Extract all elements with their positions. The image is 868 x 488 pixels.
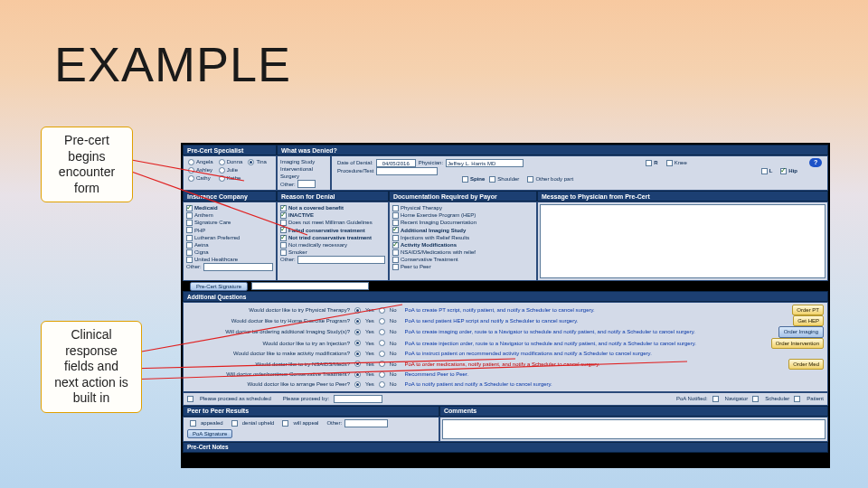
checkbox[interactable] <box>392 249 399 256</box>
header-precert: Pre-Cert Specialist <box>183 145 277 155</box>
checkbox[interactable] <box>462 176 468 183</box>
col-reason: Reason for Denial <box>277 191 389 202</box>
checkbox[interactable] <box>392 212 399 219</box>
action-button[interactable]: Get HEP <box>793 315 824 326</box>
checkbox[interactable] <box>666 160 673 166</box>
callout-precert: Pre-cert begins encounter form <box>41 127 133 202</box>
proc-input[interactable] <box>376 167 438 175</box>
checkbox[interactable] <box>392 264 399 270</box>
checkbox[interactable] <box>794 396 800 402</box>
slide-title: EXAMPLE <box>54 36 291 92</box>
radio-no[interactable] <box>379 351 385 357</box>
checkbox[interactable] <box>392 257 399 263</box>
action-button[interactable]: Order PT <box>792 305 824 315</box>
radio[interactable] <box>188 167 194 174</box>
checkbox[interactable] <box>186 242 193 249</box>
physician-input[interactable]: Jeffrey L. Harris MD <box>446 159 524 167</box>
comments-textarea[interactable] <box>442 419 826 439</box>
radio[interactable] <box>188 175 194 182</box>
checkbox[interactable] <box>527 176 533 183</box>
action-button[interactable]: Order Med <box>788 359 824 370</box>
checkbox[interactable] <box>186 249 193 256</box>
header-denied: What was Denied? <box>277 145 828 155</box>
checkbox[interactable] <box>186 227 193 233</box>
checkbox[interactable] <box>187 396 193 402</box>
checkbox[interactable] <box>282 420 288 427</box>
radio[interactable] <box>219 159 225 165</box>
radio-no[interactable] <box>379 361 385 367</box>
date-input[interactable]: 04/05/2016 <box>376 159 416 167</box>
checkbox[interactable] <box>186 212 193 219</box>
poa-signature-button[interactable]: PoA Signature <box>187 429 232 438</box>
checkbox[interactable] <box>646 160 652 166</box>
checkbox[interactable] <box>186 205 193 211</box>
p2p-other-input[interactable] <box>344 419 388 427</box>
message-textarea[interactable] <box>540 204 826 278</box>
radio-yes[interactable] <box>354 381 361 388</box>
checkbox[interactable] <box>752 396 759 402</box>
radio-yes[interactable] <box>354 351 361 357</box>
checkbox[interactable] <box>392 242 399 249</box>
checkbox[interactable] <box>761 168 768 174</box>
action-button[interactable]: Order Intervention <box>771 338 824 349</box>
comments-header: Comments <box>439 406 828 417</box>
radio-no[interactable] <box>379 307 385 314</box>
sig-input[interactable] <box>251 282 369 290</box>
other-input[interactable] <box>203 263 273 271</box>
radio-no[interactable] <box>379 381 385 388</box>
ehr-form-screenshot: Pre-Cert Specialist What was Denied? Ang… <box>181 143 830 468</box>
radio[interactable] <box>248 159 254 165</box>
checkbox[interactable] <box>392 227 399 233</box>
radio-no[interactable] <box>379 318 385 324</box>
col-docs: Documentation Required by Payor <box>389 191 537 202</box>
checkbox[interactable] <box>280 249 287 256</box>
help-icon[interactable]: ? <box>809 158 822 167</box>
checkbox[interactable] <box>190 420 196 427</box>
checkbox[interactable] <box>280 235 287 241</box>
radio-yes[interactable] <box>354 307 361 314</box>
col-message: Message to Physician from Pre-Cert <box>537 191 828 202</box>
radio[interactable] <box>219 175 225 182</box>
checkbox[interactable] <box>392 205 399 211</box>
additional-questions-header: Additional Questions <box>183 291 828 302</box>
checkbox[interactable] <box>712 396 719 402</box>
checkbox[interactable] <box>489 176 495 183</box>
other-input[interactable] <box>297 256 385 264</box>
col-insurance: Insurance Company <box>183 191 277 202</box>
precert-notes-header: Pre-Cert Notes <box>183 442 828 453</box>
callout-clinical: Clinical response fields and next action… <box>41 321 142 413</box>
checkbox[interactable] <box>280 242 287 249</box>
p2p-header: Peer to Peer Results <box>183 406 439 417</box>
checkbox[interactable] <box>280 212 287 219</box>
radio-yes[interactable] <box>354 361 361 367</box>
radio-yes[interactable] <box>354 329 361 335</box>
radio-no[interactable] <box>379 329 385 335</box>
proceed-by-input[interactable] <box>334 395 382 403</box>
input[interactable] <box>297 180 316 188</box>
radio[interactable] <box>188 159 194 165</box>
radio-no[interactable] <box>379 340 385 346</box>
checkbox[interactable] <box>186 235 193 241</box>
checkbox[interactable] <box>231 420 238 427</box>
radio[interactable] <box>219 167 225 174</box>
radio-yes[interactable] <box>354 340 361 346</box>
precert-signature-button[interactable]: Pre-Cert Signature <box>190 282 248 291</box>
radio-yes[interactable] <box>354 371 361 378</box>
radio-yes[interactable] <box>354 318 361 324</box>
checkbox[interactable] <box>186 220 193 226</box>
radio-no[interactable] <box>379 371 385 378</box>
checkbox[interactable] <box>780 168 787 174</box>
checkbox[interactable] <box>186 257 193 263</box>
action-button[interactable]: Order Imaging <box>778 326 824 337</box>
